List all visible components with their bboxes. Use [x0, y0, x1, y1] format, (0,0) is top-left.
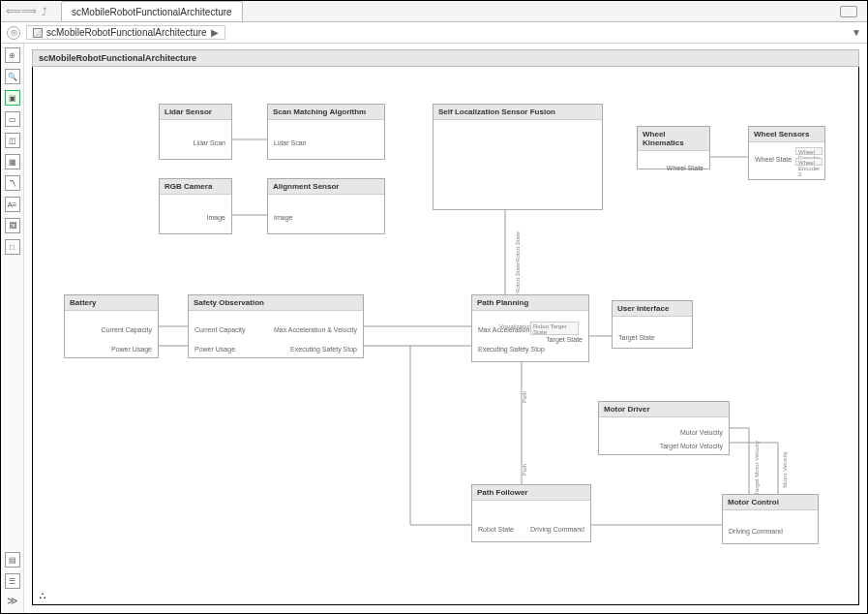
port-image-in[interactable]: Image — [274, 214, 292, 221]
block-title: Path Planning — [472, 295, 588, 311]
port-robot-state-in[interactable]: Robot State — [478, 526, 514, 533]
block-motor-control[interactable]: Motor Control Driving Command — [722, 494, 819, 544]
block-self-localization[interactable]: Self Localization Sensor Fusion — [433, 104, 603, 210]
target-icon[interactable]: ◎ — [7, 26, 20, 40]
block-motor-driver[interactable]: Motor Driver Motor Velocity Target Motor… — [598, 401, 730, 455]
block-path-follower[interactable]: Path Follower Robot State Driving Comman… — [471, 484, 591, 542]
edge-label-path2: Path — [522, 464, 527, 476]
port-max-accel-out[interactable]: Max Acceleration & Velocity — [274, 326, 357, 333]
tool-rect-icon[interactable]: ▭ — [5, 111, 20, 127]
nav-up-icon[interactable]: ⤴ — [38, 5, 51, 18]
port-current-capacity-in[interactable]: Current Capacity — [195, 326, 246, 333]
inner-robot-target: Robot Target State — [530, 322, 579, 335]
port-power-usage-out[interactable]: Power Usage — [111, 346, 152, 353]
edge-label-robotstate1: Robot State — [515, 231, 521, 262]
block-title: Wheel Kinematics — [638, 127, 709, 151]
inner-wheel1: Wheel Encoder 1 — [795, 147, 823, 155]
port-power-usage-in[interactable]: Power Usage — [195, 346, 235, 353]
tool-window-icon[interactable]: ◫ — [5, 133, 20, 148]
port-target-state-out[interactable]: Target State — [618, 334, 655, 341]
block-title: Motor Control — [723, 495, 818, 510]
model-icon — [33, 28, 43, 38]
breadcrumb-label: scMobileRobotFunctionalArchitecture — [46, 27, 207, 38]
block-user-interface[interactable]: User Interface Target State — [612, 300, 693, 349]
port-lidar-scan-in[interactable]: Lidar Scan — [274, 139, 306, 146]
main-area: ⊕ 🔍 ▣ ▭ ◫ ▦ 〽 A≡ 🖼 □ ▤ ☰ ≫ scMobileRobot… — [1, 44, 867, 613]
block-lidar-sensor[interactable]: Lidar Sensor Lidar Scan — [159, 104, 232, 160]
block-scan-matching[interactable]: Scan Matching Algorithm Lidar Scan — [267, 104, 385, 160]
block-safety-observation[interactable]: Safety Observation Current Capacity Powe… — [188, 294, 364, 358]
tool-snapshot-icon[interactable]: ▤ — [5, 552, 20, 568]
block-wheel-kinematics[interactable]: Wheel Kinematics Wheel State — [637, 126, 710, 169]
tab-active[interactable]: scMobileRobotFunctionalArchitecture — [61, 1, 243, 21]
expand-toolbar-icon[interactable]: ≫ — [7, 595, 18, 607]
port-driving-command-in[interactable]: Driving Command — [729, 528, 783, 535]
block-title: Motor Driver — [599, 402, 729, 417]
chevron-right-icon: ▶ — [211, 27, 219, 38]
block-battery[interactable]: Battery Current Capacity Power Usage — [64, 294, 159, 358]
port-safety-stop-out[interactable]: Executing Safety Stop — [290, 346, 357, 353]
tool-zoom-in[interactable]: ⊕ — [5, 47, 20, 63]
port-image-out[interactable]: Image — [207, 214, 225, 221]
breadcrumb-dropdown-icon[interactable]: ▼ — [852, 27, 861, 38]
block-title: Safety Observation — [189, 295, 363, 311]
tool-text-icon[interactable]: A≡ — [5, 197, 20, 212]
canvas[interactable]: scMobileRobotFunctionalArchitecture — [24, 44, 867, 613]
tool-grid-icon[interactable]: ▦ — [5, 154, 20, 169]
tool-image-icon[interactable]: 🖼 — [5, 218, 20, 233]
edge-label-robotstate2: Robot State — [515, 262, 521, 293]
tool-fit-icon[interactable]: ▣ — [5, 90, 20, 106]
tool-chart-icon[interactable]: 〽 — [5, 175, 20, 191]
left-toolbar: ⊕ 🔍 ▣ ▭ ◫ ▦ 〽 A≡ 🖼 □ ▤ ☰ ≫ — [1, 44, 24, 613]
block-title: Lidar Sensor — [160, 105, 231, 120]
tab-bar: ⟸ ⟹ ⤴ scMobileRobotFunctionalArchitectur… — [1, 1, 867, 22]
edge-label-tmv: Target Motor Velocity — [754, 441, 760, 495]
inner-wheel2: Wheel Encoder 2 — [795, 158, 823, 166]
inner-vis-label: Visualization — [499, 323, 532, 329]
block-rgb-camera[interactable]: RGB Camera Image — [159, 178, 232, 234]
hierarchy-icon[interactable]: ⛬ — [37, 589, 48, 602]
port-current-capacity-out[interactable]: Current Capacity — [101, 326, 152, 333]
tool-blank-icon[interactable]: □ — [5, 239, 20, 255]
block-title: RGB Camera — [160, 179, 231, 195]
block-title: Battery — [65, 295, 158, 311]
port-target-state-in[interactable]: Target State — [546, 336, 583, 343]
breadcrumb-bar: ◎ scMobileRobotFunctionalArchitecture ▶ … — [1, 22, 867, 44]
port-wheel-state-out[interactable]: Wheel State — [667, 165, 703, 171]
block-wheel-sensors[interactable]: Wheel Sensors Wheel State Wheel Encoder … — [748, 126, 825, 180]
tool-list-icon[interactable]: ☰ — [5, 573, 20, 589]
breadcrumb-item[interactable]: scMobileRobotFunctionalArchitecture ▶ — [26, 25, 225, 40]
port-target-motor-velocity-out[interactable]: Target Motor Velocity — [660, 443, 723, 449]
tool-zoom-icon[interactable]: 🔍 — [5, 69, 20, 84]
edge-label-mv: Motor Velocity — [782, 451, 788, 488]
port-driving-command-out[interactable]: Driving Command — [530, 526, 584, 533]
keyboard-icon[interactable] — [840, 6, 857, 17]
block-title: Path Follower — [472, 485, 590, 501]
block-title: Scan Matching Algorithm — [268, 105, 384, 120]
diagram-frame: scMobileRobotFunctionalArchitecture — [32, 49, 859, 605]
port-safety-stop-in[interactable]: Executing Safety Stop — [478, 346, 545, 353]
edge-label-path1: Path — [522, 391, 527, 403]
block-alignment-sensor[interactable]: Alignment Sensor Image — [267, 178, 385, 234]
nav-forward-icon[interactable]: ⟹ — [22, 5, 36, 18]
block-title: Self Localization Sensor Fusion — [434, 105, 602, 120]
port-wheel-state-in[interactable]: Wheel State — [755, 156, 792, 163]
diagram-title: scMobileRobotFunctionalArchitecture — [32, 49, 859, 67]
nav-back-icon[interactable]: ⟸ — [7, 5, 20, 18]
block-title: Alignment Sensor — [268, 179, 384, 195]
block-path-planning[interactable]: Path Planning Max Acceleration & Velocit… — [471, 294, 589, 362]
block-title: User Interface — [613, 301, 692, 317]
port-motor-velocity-out[interactable]: Motor Velocity — [680, 429, 723, 436]
port-lidar-scan-out[interactable]: Lidar Scan — [194, 139, 225, 146]
block-title: Wheel Sensors — [749, 127, 824, 142]
tab-label: scMobileRobotFunctionalArchitecture — [72, 7, 232, 17]
